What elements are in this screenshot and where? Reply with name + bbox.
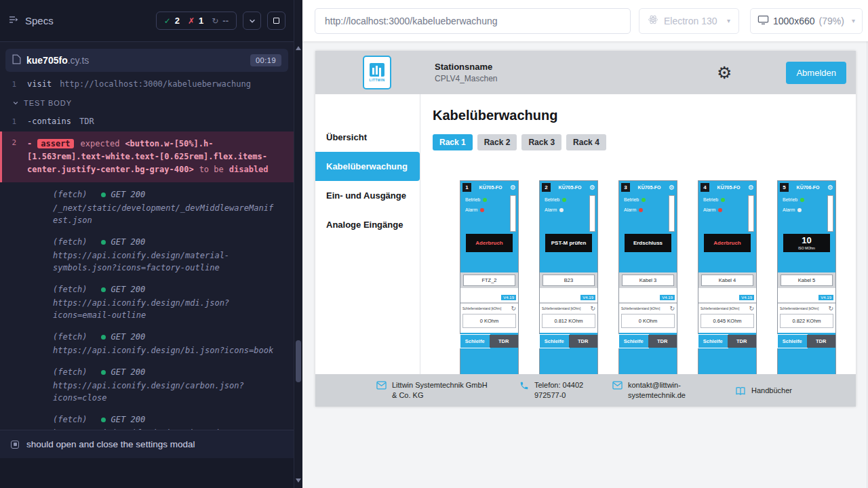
betrieb-indicator	[800, 198, 804, 202]
footer-manuals[interactable]: Handbücher	[735, 386, 792, 396]
fetch-status: GET 200	[111, 283, 146, 296]
device-gear-icon[interactable]: ⚙	[589, 184, 595, 191]
sidebar-item-uebersicht[interactable]: Übersicht	[315, 123, 420, 152]
sidebar-item-kabelueberwachung[interactable]: Kabelüberwachung	[315, 152, 420, 181]
tdr-button[interactable]: TDR	[648, 335, 677, 348]
schleife-button[interactable]: Schleife	[698, 335, 728, 348]
command-name: visit	[27, 79, 52, 90]
runner-stage: http://localhost:3000/kabelueberwachung …	[302, 0, 868, 488]
failed-assert[interactable]: 2 -assertexpected<button.w-[50%].h-[1.56…	[0, 131, 294, 183]
device-card-5: 5 KÜ706-FO ⚙ Betrieb Alarm 10 ISO MOhm	[777, 180, 836, 404]
log-fetch-entry[interactable]: (fetch)GET 200 https://api.iconify.desig…	[0, 409, 294, 430]
tab-rack-1[interactable]: Rack 1	[433, 134, 473, 150]
email-icon	[612, 381, 623, 390]
collapse-runner-button[interactable]	[243, 12, 261, 30]
tab-rack-2[interactable]: Rack 2	[477, 134, 517, 150]
logout-button[interactable]: Abmelden	[786, 62, 846, 84]
log-fetch-entry[interactable]: (fetch)GET 200 /_next/static/development…	[0, 184, 294, 231]
resistance-label: Schleifenwiderstand [kOhm]	[701, 307, 739, 310]
fetch-url: /_next/static/development/_devMiddleware…	[53, 202, 277, 226]
app-body: Übersicht Kabelüberwachung Ein- und Ausg…	[315, 94, 856, 374]
betrieb-indicator	[642, 198, 646, 202]
status-display: Aderbruch	[704, 234, 751, 252]
stop-button[interactable]	[267, 12, 285, 30]
sidebar-item-analoge-eingaenge[interactable]: Analoge Eingänge	[315, 210, 420, 239]
tdr-button[interactable]: TDR	[807, 335, 836, 348]
logo-building-icon	[370, 63, 384, 77]
schleife-button[interactable]: Schleife	[619, 335, 648, 348]
device-number: 2	[542, 183, 551, 192]
sidebar-item-ein-und-ausgaenge[interactable]: Ein- und Ausgänge	[315, 181, 420, 210]
alarm-label: Alarm	[545, 207, 557, 212]
footer-phone-text: Telefon: 04402 972577-0	[534, 380, 606, 401]
device-gear-icon[interactable]: ⚙	[669, 184, 675, 191]
tdr-button[interactable]: TDR	[728, 335, 757, 348]
betrieb-indicator	[483, 198, 487, 202]
log-fetch-entry[interactable]: (fetch)GET 200 https://api.iconify.desig…	[0, 231, 294, 279]
tab-rack-4[interactable]: Rack 4	[566, 134, 606, 150]
test-box-icon	[11, 441, 19, 449]
cable-name-field[interactable]: B23	[542, 274, 595, 286]
tdr-button[interactable]: TDR	[569, 335, 598, 348]
success-dot-icon	[101, 370, 106, 375]
device-gear-icon[interactable]: ⚙	[827, 184, 833, 191]
device-gear-icon[interactable]: ⚙	[748, 184, 754, 191]
viewport-select[interactable]: 1000x660 (79%) ▾	[750, 8, 863, 34]
log-fetch-entry[interactable]: (fetch)GET 200 https://api.iconify.desig…	[0, 361, 294, 409]
cable-name-field[interactable]: Kabel 5	[781, 274, 833, 286]
url-bar[interactable]: http://localhost:3000/kabelueberwachung	[315, 8, 631, 34]
refresh-icon[interactable]: ↻	[590, 306, 595, 312]
log-fetch-entry[interactable]: (fetch)GET 200 https://api.iconify.desig…	[0, 279, 294, 326]
refresh-icon[interactable]: ↻	[669, 306, 675, 312]
reporter-scrollbar[interactable]	[294, 0, 302, 488]
line-number: 1	[0, 116, 27, 127]
fetch-status: GET 200	[111, 236, 146, 248]
alarm-label: Alarm	[703, 207, 715, 212]
spec-timer: 00:19	[250, 54, 281, 66]
fetch-status: GET 200	[111, 366, 146, 378]
test-body-toggle[interactable]: TEST BODY	[0, 93, 294, 113]
device-gear-icon[interactable]: ⚙	[510, 184, 516, 191]
littwin-logo: LITTWIN	[363, 56, 391, 89]
pending-test-row[interactable]: should open and close the settings modal	[0, 430, 294, 458]
fetch-label: (fetch)	[53, 331, 87, 343]
device-model: KÜ705-FO	[553, 185, 587, 190]
schleife-button[interactable]: Schleife	[778, 335, 807, 348]
resistance-value: 0 KOhm	[621, 314, 675, 328]
schleife-button[interactable]: Schleife	[460, 335, 490, 348]
specs-menu-button[interactable]: Specs	[8, 14, 54, 27]
log-contains-command[interactable]: 1 -contains TDR	[0, 113, 294, 130]
refresh-icon[interactable]: ↻	[828, 306, 833, 312]
page-title: Kabelüberwachung	[433, 108, 856, 123]
scrollbar-thumb[interactable]	[296, 340, 301, 382]
chevron-down-icon	[12, 100, 19, 106]
scroll-down-arrow[interactable]	[296, 479, 301, 483]
tab-rack-3[interactable]: Rack 3	[521, 134, 561, 150]
betrieb-label: Betrieb	[624, 197, 639, 202]
firmware-version: V4.19	[501, 295, 516, 300]
settings-gear-icon[interactable]: ⚙	[717, 64, 732, 81]
cross-icon: ✗	[188, 16, 195, 26]
scroll-up-arrow[interactable]	[296, 46, 301, 50]
refresh-icon[interactable]: ↻	[749, 306, 754, 312]
tdr-button[interactable]: TDR	[490, 335, 519, 348]
refresh-icon[interactable]: ↻	[511, 306, 516, 312]
success-dot-icon	[101, 287, 106, 292]
stat-passed: ✓2	[164, 16, 180, 26]
rack-tabs: Rack 1 Rack 2 Rack 3 Rack 4	[433, 134, 856, 150]
url-text: http://localhost:3000/kabelueberwachung	[325, 16, 498, 26]
success-dot-icon	[101, 418, 106, 422]
stat-pending: ↻--	[212, 16, 229, 26]
cable-name-field[interactable]: Kabel 3	[622, 274, 674, 286]
log-fetch-entry[interactable]: (fetch)GET 200 https://api.iconify.desig…	[0, 326, 294, 361]
cable-name-field[interactable]: FTZ_2	[463, 274, 515, 286]
log-visit-command[interactable]: 1 visit http://localhost:3000/kabelueber…	[0, 76, 294, 93]
device-model: KÜ705-FO	[632, 185, 667, 190]
spec-file[interactable]: kue705fo.cy.ts 00:19	[5, 49, 288, 72]
command-message: http://localhost:3000/kabelueberwachung	[60, 79, 251, 90]
schleife-button[interactable]: Schleife	[540, 335, 569, 348]
betrieb-label: Betrieb	[703, 197, 718, 202]
browser-select[interactable]: Electron 130 ▾	[639, 8, 739, 34]
betrieb-indicator	[562, 198, 566, 202]
cable-name-field[interactable]: Kabel 4	[701, 274, 753, 286]
